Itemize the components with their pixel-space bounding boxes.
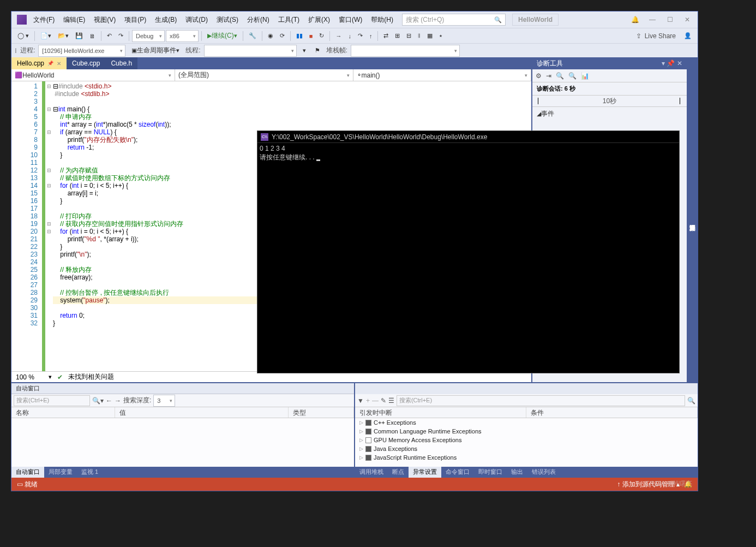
nav-back-icon[interactable]: ← <box>106 397 112 405</box>
tool-btn-8[interactable]: ▦ <box>424 30 435 42</box>
auto-body[interactable] <box>11 418 354 467</box>
solution-config-combo[interactable]: Debug <box>132 30 165 42</box>
stackframe-combo[interactable] <box>351 45 460 57</box>
console-window[interactable]: C\\ Y:\002_WorkSpace\002_VS\HelloWorld\H… <box>257 130 680 373</box>
pin-icon[interactable]: 📌 <box>47 61 53 66</box>
step-into-button[interactable]: ↓ <box>345 30 354 42</box>
menu-test[interactable]: 测试(S) <box>213 13 242 27</box>
list-icon[interactable]: ☰ <box>388 397 394 405</box>
menu-build[interactable]: 生成(B) <box>152 13 180 27</box>
menu-analyze[interactable]: 分析(N) <box>244 13 273 27</box>
tab-hello-cpp[interactable]: Hello.cpp📌✕ <box>11 57 67 69</box>
tool-btn-6[interactable]: ⊟ <box>404 30 414 42</box>
menu-help[interactable]: 帮助(H) <box>368 13 397 27</box>
col-type[interactable]: 类型 <box>289 407 354 418</box>
auto-search-input[interactable]: 搜索(Ctrl+E) <box>14 395 90 406</box>
close-icon[interactable]: ✕ <box>57 61 61 67</box>
zoom-in-icon[interactable]: 🔍 <box>556 72 564 80</box>
menu-edit[interactable]: 编辑(E) <box>60 13 88 27</box>
nav-back-button[interactable]: ◯ ▾ <box>15 30 32 42</box>
export-icon[interactable]: ⇥ <box>546 72 551 80</box>
search-icon[interactable]: 🔍 <box>687 397 695 405</box>
live-share-button[interactable]: ⇪ Live Share <box>632 32 680 40</box>
col-value[interactable]: 值 <box>115 407 289 418</box>
menu-project[interactable]: 项目(P) <box>121 13 149 27</box>
tool-btn-4[interactable]: ⇄ <box>381 30 391 42</box>
btab-breakpoints[interactable]: 断点 <box>388 467 409 478</box>
thread-combo[interactable] <box>204 45 297 57</box>
btab-exceptions[interactable]: 异常设置 <box>409 467 441 478</box>
save-button[interactable]: 💾 <box>73 30 86 42</box>
thread-flag-button[interactable]: ⚑ <box>312 45 323 57</box>
solution-platform-combo[interactable]: x86 <box>166 30 199 42</box>
btab-watch1[interactable]: 监视 1 <box>77 467 103 478</box>
btab-autos[interactable]: 自动窗口 <box>11 467 44 478</box>
solution-explorer-tab[interactable]: 解决方案资源管理器 <box>687 57 698 382</box>
restart-button[interactable]: ↻ <box>316 30 327 42</box>
fold-margin[interactable]: ⊟⊟⊟⊟⊟⊟⊟ <box>45 81 53 371</box>
new-item-button[interactable]: 📄▾ <box>38 30 54 42</box>
tool-btn-1[interactable]: 🔧 <box>246 30 259 42</box>
menu-tools[interactable]: 工具(T) <box>275 13 303 27</box>
zoom-level[interactable]: 100 % <box>16 373 43 381</box>
search-icon[interactable]: 🔍▾ <box>92 397 104 405</box>
diagnostics-title[interactable]: 诊断工具 ▾ 📌 ✕ <box>532 57 687 69</box>
nav-fwd-icon[interactable]: → <box>115 397 121 405</box>
exc-search-input[interactable]: 搜索(Ctrl+E) <box>397 395 685 406</box>
events-section[interactable]: ◢事件 <box>532 107 687 121</box>
pin-icon[interactable]: ▾ 📌 <box>662 60 675 67</box>
process-combo[interactable]: [10296] HelloWorld.exe <box>38 45 125 57</box>
tab-cube-cpp[interactable]: Cube.cpp <box>67 57 105 69</box>
lifecycle-events-button[interactable]: ▣ 生命周期事件 ▾ <box>129 45 182 57</box>
edit-icon[interactable]: ✎ <box>381 397 386 405</box>
col-condition[interactable]: 条件 <box>526 407 698 418</box>
auto-window-title[interactable]: 自动窗口 <box>11 383 354 394</box>
nav-scope-combo[interactable]: (全局范围) <box>175 69 353 81</box>
maximize-button[interactable]: ☐ <box>662 14 678 26</box>
notifications-icon[interactable]: 🔔 <box>627 14 643 26</box>
menu-extensions[interactable]: 扩展(X) <box>305 13 333 27</box>
tool-btn-5[interactable]: ⊞ <box>392 30 403 42</box>
zoom-out-icon[interactable]: 🔍 <box>568 72 577 80</box>
btab-output[interactable]: 输出 <box>507 467 527 478</box>
chart-icon[interactable]: 📊 <box>581 72 589 80</box>
console-title-bar[interactable]: C\\ Y:\002_WorkSpace\002_VS\HelloWorld\H… <box>257 131 679 143</box>
btab-callstack[interactable]: 调用堆栈 <box>355 467 388 478</box>
open-button[interactable]: 📂▾ <box>55 30 71 42</box>
save-all-button[interactable]: 🗎 <box>87 30 98 42</box>
nav-project-combo[interactable]: 🟪 HelloWorld <box>11 69 175 81</box>
btab-immediate[interactable]: 即时窗口 <box>474 467 507 478</box>
undo-button[interactable]: ↶ <box>104 30 115 42</box>
btab-errorlist[interactable]: 错误列表 <box>527 467 560 478</box>
diagnostics-timeline[interactable]: 10秒 <box>532 95 687 107</box>
account-icon[interactable]: 👤 <box>681 30 694 42</box>
btab-command[interactable]: 命令窗口 <box>441 467 474 478</box>
tool-btn-9[interactable]: ٭ <box>436 30 445 42</box>
tab-cube-h[interactable]: Cube.h <box>105 57 137 69</box>
depth-combo[interactable]: 3 <box>153 395 175 407</box>
exc-body[interactable]: ▷ C++ Exceptions▷ Common Language Runtim… <box>355 418 698 467</box>
menu-file[interactable]: 文件(F) <box>30 13 58 27</box>
menu-window[interactable]: 窗口(W) <box>335 13 365 27</box>
tool-btn-3[interactable]: ⟳ <box>277 30 287 42</box>
close-button[interactable]: ✕ <box>679 14 695 26</box>
quick-launch-search[interactable]: 搜索 (Ctrl+Q) 🔍 <box>402 14 506 26</box>
pause-button[interactable]: ▮▮ <box>293 30 305 42</box>
stop-button[interactable]: ■ <box>307 30 316 42</box>
redo-button[interactable]: ↷ <box>116 30 126 42</box>
btab-locals[interactable]: 局部变量 <box>44 467 77 478</box>
show-next-statement-button[interactable]: → <box>333 30 344 42</box>
add-icon[interactable]: + <box>366 397 370 405</box>
menu-view[interactable]: 视图(V) <box>91 13 119 27</box>
col-break[interactable]: 引发时中断 <box>355 407 526 418</box>
remove-icon[interactable]: — <box>372 397 379 405</box>
step-out-button[interactable]: ↑ <box>367 30 375 42</box>
tool-btn-7[interactable]: ⫴ <box>415 30 423 42</box>
col-name[interactable]: 名称 <box>11 407 115 418</box>
step-over-button[interactable]: ↷ <box>355 30 365 42</box>
minimize-button[interactable]: — <box>644 14 661 26</box>
nav-function-combo[interactable]: ⚬ main() <box>353 69 532 81</box>
gear-icon[interactable]: ⚙ <box>536 72 542 80</box>
tool-btn-2[interactable]: ◉ <box>265 30 276 42</box>
continue-button[interactable]: ▶ 继续(C) ▾ <box>205 30 240 42</box>
